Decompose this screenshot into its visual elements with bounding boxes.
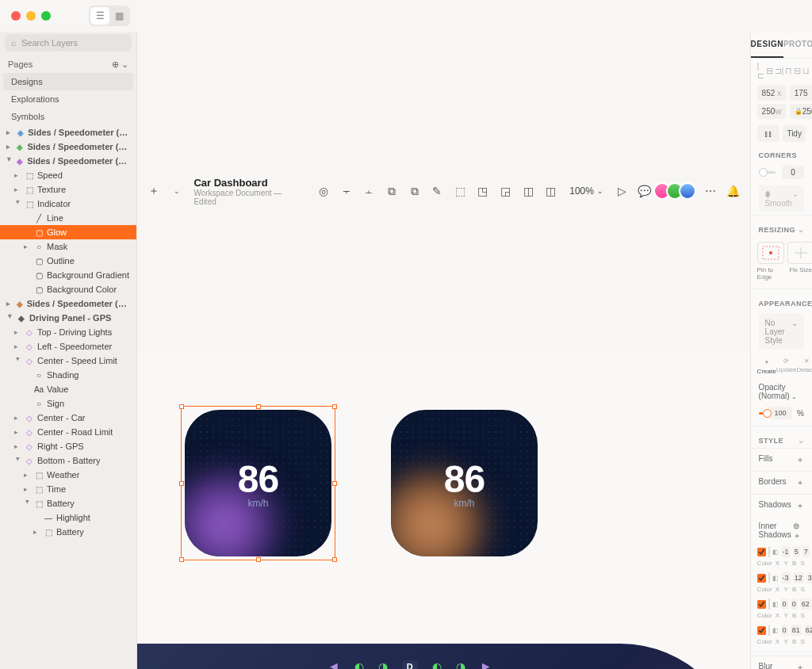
artboard-speedo-copper[interactable]: 86 km/h [391, 410, 538, 556]
distribute-h-button[interactable]: ⫿⫿ [757, 125, 780, 142]
style-update-button[interactable]: ⟳Update [776, 357, 797, 375]
blend-icon[interactable]: ◧ [772, 575, 779, 582]
tool-1[interactable]: ◎ [314, 181, 332, 201]
layer-bottom-battery[interactable]: ▸◇Bottom - Battery [0, 453, 136, 468]
maximize-window[interactable] [41, 11, 51, 21]
blend-icon[interactable]: ◧ [772, 601, 779, 608]
blur-row[interactable]: Blur＋ [751, 656, 812, 669]
layer-outline[interactable]: ▢Outline [0, 254, 136, 268]
tool-group[interactable]: ⧉ [383, 181, 401, 201]
play-button[interactable]: ▷ [613, 181, 631, 201]
layer-speedo-purple[interactable]: ▸◈Sides / Speedometer (Purple) [0, 154, 136, 168]
more-icon[interactable]: ⋯ [701, 181, 719, 201]
inner-shadow-row[interactable]: ◧ 0 81 62 21 [751, 622, 812, 638]
layer-value[interactable]: AaValue [0, 382, 136, 396]
sidebar-view-toggle[interactable]: ☰ ▦ [89, 6, 130, 26]
minimize-window[interactable] [26, 11, 36, 21]
inner-shadow-row[interactable]: ◧ -1 5 7 3 [751, 544, 812, 560]
blend-icon[interactable]: ◧ [772, 549, 779, 556]
grid-view-icon[interactable]: ▦ [109, 7, 128, 25]
canvas[interactable]: 86 km/h 86 km/h [137, 350, 750, 669]
layer-left-speedo[interactable]: ▸◇Left - Speedometer [0, 339, 136, 354]
layer-speedo-green[interactable]: ▸◈Sides / Speedometer (Green) [0, 140, 136, 154]
opacity-input[interactable]: 100 [768, 407, 792, 419]
layer-driving-panel[interactable]: ▸◈Driving Panel - GPS [0, 311, 136, 325]
layer-speed[interactable]: ▸⬚Speed [0, 168, 136, 182]
layer-center-road[interactable]: ▸◇Center - Road Limit [0, 425, 136, 439]
align-bottom-icon[interactable]: ⊔ [802, 63, 810, 78]
inner-shadow-row[interactable]: ◧ 0 0 62 5 [751, 596, 812, 612]
file-info[interactable]: Car Dashboard Workspace Document — Edite… [193, 177, 292, 206]
height-input[interactable]: 🔒250H [790, 104, 812, 119]
tool-align-bottom[interactable]: ⫠ [360, 181, 378, 201]
shadow-enabled-checkbox[interactable] [757, 600, 766, 609]
shadows-row[interactable]: Shadows＋ [751, 494, 812, 517]
tidy-button[interactable]: Tidy [783, 125, 806, 142]
shadow-blur-input[interactable]: 30 [806, 572, 812, 583]
layer-texture[interactable]: ▸⬚Texture [0, 182, 136, 197]
layer-style-select[interactable]: No Layer Style⌄ [759, 314, 804, 350]
add-icon[interactable]: ＋ [796, 500, 804, 511]
layer-mask[interactable]: ▸○Mask [0, 239, 136, 254]
comment-button[interactable]: 💬 [636, 181, 654, 201]
layer-indicator[interactable]: ▸⬚Indicator [0, 197, 136, 211]
width-input[interactable]: 250W [757, 104, 787, 119]
resize-fix-size[interactable]: Fix Size [787, 242, 812, 281]
tool-backward[interactable]: ◲ [496, 181, 515, 201]
avatar[interactable] [679, 182, 696, 200]
options-icon[interactable]: ⊚ [793, 522, 799, 530]
layer-top-lights[interactable]: ▸◇Top - Driving Lights [0, 325, 136, 339]
shadow-y-input[interactable]: 0 [791, 598, 798, 610]
shadow-y-input[interactable]: 81 [791, 625, 802, 636]
tool-subtract[interactable]: ◫ [542, 181, 561, 201]
notifications-icon[interactable]: 🔔 [724, 181, 742, 201]
list-view-icon[interactable]: ☰ [90, 7, 109, 25]
layer-shading[interactable]: ○Shading [0, 368, 136, 382]
corner-radius-slider[interactable] [759, 171, 776, 174]
x-input[interactable]: 852X [757, 86, 787, 101]
align-hcenter-icon[interactable]: ⊟ [766, 63, 773, 78]
close-window[interactable] [11, 11, 21, 21]
resize-pin-edge[interactable]: Pin to Edge [757, 242, 784, 281]
search-layers-input[interactable]: ⌕ Search Layers [5, 34, 132, 52]
page-designs[interactable]: Designs [3, 73, 133, 90]
shadow-enabled-checkbox[interactable] [757, 626, 766, 635]
add-icon[interactable]: ＋ [796, 477, 804, 488]
tool-transform[interactable]: ⬚ [451, 181, 469, 201]
align-top-icon[interactable]: ⊓ [785, 63, 792, 78]
shadow-enabled-checkbox[interactable] [757, 548, 766, 556]
tool-forward[interactable]: ◳ [473, 181, 492, 201]
align-vcenter-icon[interactable]: ⊟ [794, 63, 801, 78]
insert-button[interactable]: ＋ [145, 181, 163, 201]
shadow-color-swatch[interactable] [768, 625, 770, 636]
insert-dropdown[interactable]: ⌄ [168, 181, 186, 201]
style-detach-button[interactable]: ✕Detach [796, 357, 812, 375]
fills-row[interactable]: Fills＋ [751, 448, 812, 471]
layer-weather[interactable]: ▸⬚Weather [0, 468, 136, 482]
add-icon[interactable]: ＋ [793, 531, 801, 540]
align-right-icon[interactable]: ⊐| [775, 63, 784, 78]
layer-right-gps[interactable]: ▸◇Right - GPS [0, 439, 136, 453]
layer-sign[interactable]: ○Sign [0, 396, 136, 411]
layer-center-speedlimit[interactable]: ▸◇Center - Speed Limit [0, 354, 136, 368]
layer-highlight[interactable]: —Highlight [0, 510, 136, 525]
layer-bg-gradient[interactable]: ▢Background Gradient [0, 268, 136, 282]
layer-speedo-blue[interactable]: ▸◈Sides / Speedometer (Blue) [0, 125, 136, 140]
shadow-blur-input[interactable]: 7 [802, 546, 810, 557]
style-create-button[interactable]: ＋Create [757, 357, 776, 375]
page-symbols[interactable]: Symbols [0, 108, 136, 125]
shadow-color-swatch[interactable] [768, 572, 770, 583]
tool-ungroup[interactable]: ⧉ [405, 181, 423, 201]
tool-union[interactable]: ◫ [519, 181, 538, 201]
borders-row[interactable]: Borders＋ [751, 471, 812, 494]
shadow-color-swatch[interactable] [768, 598, 770, 610]
tool-edit[interactable]: ✎ [428, 181, 446, 201]
shadow-x-input[interactable]: 0 [781, 598, 788, 610]
layer-speedo-copper[interactable]: ▸◈Sides / Speedometer (Copper) [0, 296, 136, 311]
add-icon[interactable]: ＋ [796, 454, 804, 465]
shadow-blur-input[interactable]: 62 [804, 625, 812, 636]
shadow-x-input[interactable]: 0 [781, 625, 788, 636]
shadow-y-input[interactable]: 5 [793, 546, 800, 557]
tab-design[interactable]: DESIGN [751, 32, 783, 58]
corner-radius-input[interactable]: 0 [782, 166, 804, 179]
